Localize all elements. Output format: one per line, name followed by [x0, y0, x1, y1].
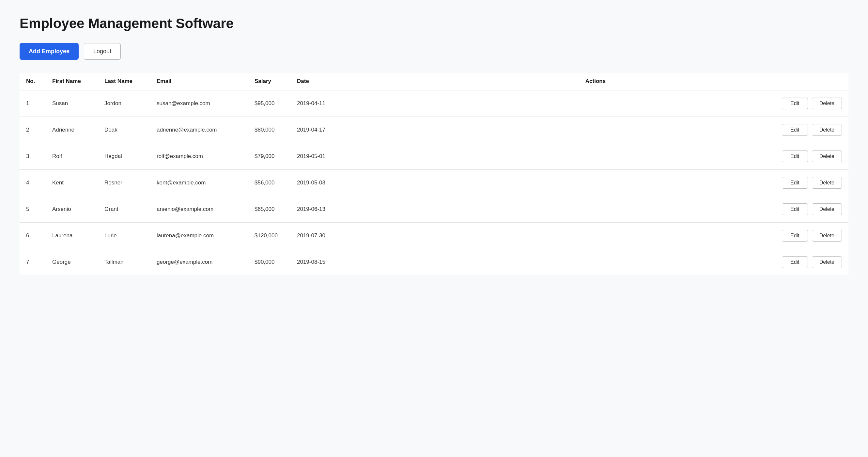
table-header-row: No. First Name Last Name Email Salary Da… — [20, 73, 848, 90]
cell-actions: EditDelete — [343, 196, 848, 223]
page-title: Employee Management Software — [20, 16, 848, 31]
col-header-no: No. — [20, 73, 46, 90]
cell-first_name: Adrienne — [46, 117, 98, 143]
table-row: 6LaurenaLurielaurena@example.com$120,000… — [20, 223, 848, 249]
delete-button[interactable]: Delete — [812, 177, 842, 189]
cell-email: george@example.com — [150, 249, 248, 275]
cell-actions: EditDelete — [343, 117, 848, 143]
cell-no: 2 — [20, 117, 46, 143]
cell-last_name: Tallman — [98, 249, 150, 275]
table-row: 5ArsenioGrantarsenio@example.com$65,0002… — [20, 196, 848, 223]
cell-last_name: Lurie — [98, 223, 150, 249]
cell-date: 2019-04-17 — [290, 117, 343, 143]
cell-last_name: Rosner — [98, 170, 150, 196]
cell-actions: EditDelete — [343, 249, 848, 275]
cell-salary: $120,000 — [248, 223, 290, 249]
cell-last_name: Jordon — [98, 90, 150, 117]
cell-first_name: Rolf — [46, 143, 98, 170]
cell-actions: EditDelete — [343, 143, 848, 170]
table-row: 2AdrienneDoakadrienne@example.com$80,000… — [20, 117, 848, 143]
cell-email: susan@example.com — [150, 90, 248, 117]
cell-salary: $95,000 — [248, 90, 290, 117]
col-header-actions: Actions — [343, 73, 848, 90]
edit-button[interactable]: Edit — [782, 177, 808, 189]
cell-email: laurena@example.com — [150, 223, 248, 249]
cell-salary: $65,000 — [248, 196, 290, 223]
cell-email: kent@example.com — [150, 170, 248, 196]
cell-no: 6 — [20, 223, 46, 249]
edit-button[interactable]: Edit — [782, 98, 808, 109]
col-header-first-name: First Name — [46, 73, 98, 90]
cell-no: 4 — [20, 170, 46, 196]
delete-button[interactable]: Delete — [812, 256, 842, 268]
cell-email: rolf@example.com — [150, 143, 248, 170]
toolbar: Add Employee Logout — [20, 43, 848, 60]
cell-first_name: Laurena — [46, 223, 98, 249]
edit-button[interactable]: Edit — [782, 203, 808, 215]
cell-first_name: George — [46, 249, 98, 275]
edit-button[interactable]: Edit — [782, 256, 808, 268]
table-row: 1SusanJordonsusan@example.com$95,0002019… — [20, 90, 848, 117]
cell-actions: EditDelete — [343, 90, 848, 117]
table-row: 4KentRosnerkent@example.com$56,0002019-0… — [20, 170, 848, 196]
add-employee-button[interactable]: Add Employee — [20, 43, 79, 60]
cell-salary: $80,000 — [248, 117, 290, 143]
employee-table: No. First Name Last Name Email Salary Da… — [20, 73, 848, 275]
cell-last_name: Doak — [98, 117, 150, 143]
cell-salary: $56,000 — [248, 170, 290, 196]
logout-button[interactable]: Logout — [84, 43, 121, 60]
delete-button[interactable]: Delete — [812, 151, 842, 162]
delete-button[interactable]: Delete — [812, 98, 842, 109]
delete-button[interactable]: Delete — [812, 124, 842, 136]
col-header-last-name: Last Name — [98, 73, 150, 90]
cell-last_name: Grant — [98, 196, 150, 223]
cell-last_name: Hegdal — [98, 143, 150, 170]
edit-button[interactable]: Edit — [782, 151, 808, 162]
cell-actions: EditDelete — [343, 170, 848, 196]
cell-salary: $90,000 — [248, 249, 290, 275]
col-header-email: Email — [150, 73, 248, 90]
cell-date: 2019-07-30 — [290, 223, 343, 249]
cell-salary: $79,000 — [248, 143, 290, 170]
cell-date: 2019-04-11 — [290, 90, 343, 117]
cell-email: adrienne@example.com — [150, 117, 248, 143]
cell-date: 2019-05-01 — [290, 143, 343, 170]
cell-no: 7 — [20, 249, 46, 275]
cell-email: arsenio@example.com — [150, 196, 248, 223]
cell-date: 2019-05-03 — [290, 170, 343, 196]
cell-actions: EditDelete — [343, 223, 848, 249]
col-header-salary: Salary — [248, 73, 290, 90]
cell-no: 5 — [20, 196, 46, 223]
edit-button[interactable]: Edit — [782, 230, 808, 242]
delete-button[interactable]: Delete — [812, 230, 842, 242]
table-row: 3RolfHegdalrolf@example.com$79,0002019-0… — [20, 143, 848, 170]
cell-first_name: Susan — [46, 90, 98, 117]
cell-no: 1 — [20, 90, 46, 117]
cell-first_name: Arsenio — [46, 196, 98, 223]
cell-date: 2019-06-13 — [290, 196, 343, 223]
cell-first_name: Kent — [46, 170, 98, 196]
col-header-date: Date — [290, 73, 343, 90]
cell-no: 3 — [20, 143, 46, 170]
delete-button[interactable]: Delete — [812, 203, 842, 215]
cell-date: 2019-08-15 — [290, 249, 343, 275]
table-row: 7GeorgeTallmangeorge@example.com$90,0002… — [20, 249, 848, 275]
edit-button[interactable]: Edit — [782, 124, 808, 136]
